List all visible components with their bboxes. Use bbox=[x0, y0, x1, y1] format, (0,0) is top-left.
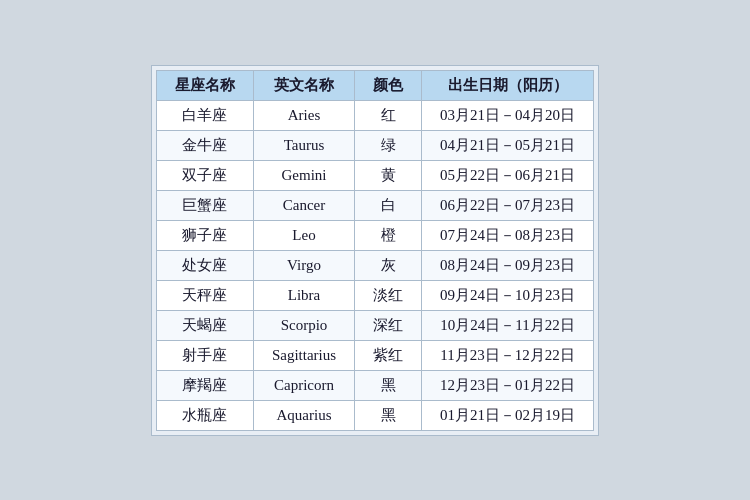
cell-color: 淡红 bbox=[355, 280, 422, 310]
cell-color: 黄 bbox=[355, 160, 422, 190]
cell-birth-date: 01月21日－02月19日 bbox=[422, 400, 594, 430]
cell-chinese-name: 摩羯座 bbox=[156, 370, 253, 400]
cell-color: 绿 bbox=[355, 130, 422, 160]
table-body: 白羊座Aries红03月21日－04月20日金牛座Taurus绿04月21日－0… bbox=[156, 100, 593, 430]
table-row: 狮子座Leo橙07月24日－08月23日 bbox=[156, 220, 593, 250]
table-row: 摩羯座Capricorn黑12月23日－01月22日 bbox=[156, 370, 593, 400]
cell-birth-date: 03月21日－04月20日 bbox=[422, 100, 594, 130]
cell-chinese-name: 金牛座 bbox=[156, 130, 253, 160]
cell-chinese-name: 处女座 bbox=[156, 250, 253, 280]
cell-english-name: Gemini bbox=[253, 160, 354, 190]
cell-chinese-name: 巨蟹座 bbox=[156, 190, 253, 220]
cell-birth-date: 05月22日－06月21日 bbox=[422, 160, 594, 190]
cell-color: 深红 bbox=[355, 310, 422, 340]
table-row: 射手座Sagittarius紫红11月23日－12月22日 bbox=[156, 340, 593, 370]
cell-birth-date: 11月23日－12月22日 bbox=[422, 340, 594, 370]
header-chinese-name: 星座名称 bbox=[156, 70, 253, 100]
cell-english-name: Virgo bbox=[253, 250, 354, 280]
cell-color: 红 bbox=[355, 100, 422, 130]
cell-english-name: Sagittarius bbox=[253, 340, 354, 370]
table-row: 金牛座Taurus绿04月21日－05月21日 bbox=[156, 130, 593, 160]
cell-birth-date: 10月24日－11月22日 bbox=[422, 310, 594, 340]
table-row: 白羊座Aries红03月21日－04月20日 bbox=[156, 100, 593, 130]
cell-english-name: Libra bbox=[253, 280, 354, 310]
zodiac-table: 星座名称 英文名称 颜色 出生日期（阳历） 白羊座Aries红03月21日－04… bbox=[156, 70, 594, 431]
cell-english-name: Scorpio bbox=[253, 310, 354, 340]
cell-english-name: Aries bbox=[253, 100, 354, 130]
cell-color: 黑 bbox=[355, 370, 422, 400]
table-row: 巨蟹座Cancer白06月22日－07月23日 bbox=[156, 190, 593, 220]
cell-chinese-name: 水瓶座 bbox=[156, 400, 253, 430]
cell-birth-date: 09月24日－10月23日 bbox=[422, 280, 594, 310]
cell-birth-date: 06月22日－07月23日 bbox=[422, 190, 594, 220]
cell-english-name: Taurus bbox=[253, 130, 354, 160]
table-row: 处女座Virgo灰08月24日－09月23日 bbox=[156, 250, 593, 280]
cell-chinese-name: 射手座 bbox=[156, 340, 253, 370]
cell-birth-date: 04月21日－05月21日 bbox=[422, 130, 594, 160]
cell-english-name: Leo bbox=[253, 220, 354, 250]
cell-chinese-name: 双子座 bbox=[156, 160, 253, 190]
cell-chinese-name: 天秤座 bbox=[156, 280, 253, 310]
cell-birth-date: 08月24日－09月23日 bbox=[422, 250, 594, 280]
cell-color: 灰 bbox=[355, 250, 422, 280]
cell-color: 紫红 bbox=[355, 340, 422, 370]
table-row: 水瓶座Aquarius黑01月21日－02月19日 bbox=[156, 400, 593, 430]
cell-chinese-name: 天蝎座 bbox=[156, 310, 253, 340]
cell-english-name: Capricorn bbox=[253, 370, 354, 400]
header-color: 颜色 bbox=[355, 70, 422, 100]
cell-english-name: Cancer bbox=[253, 190, 354, 220]
table-header-row: 星座名称 英文名称 颜色 出生日期（阳历） bbox=[156, 70, 593, 100]
cell-english-name: Aquarius bbox=[253, 400, 354, 430]
cell-birth-date: 12月23日－01月22日 bbox=[422, 370, 594, 400]
cell-color: 黑 bbox=[355, 400, 422, 430]
table-row: 天蝎座Scorpio深红10月24日－11月22日 bbox=[156, 310, 593, 340]
cell-color: 橙 bbox=[355, 220, 422, 250]
table-row: 天秤座Libra淡红09月24日－10月23日 bbox=[156, 280, 593, 310]
table-row: 双子座Gemini黄05月22日－06月21日 bbox=[156, 160, 593, 190]
cell-chinese-name: 狮子座 bbox=[156, 220, 253, 250]
header-birth-date: 出生日期（阳历） bbox=[422, 70, 594, 100]
cell-birth-date: 07月24日－08月23日 bbox=[422, 220, 594, 250]
cell-color: 白 bbox=[355, 190, 422, 220]
zodiac-table-container: 星座名称 英文名称 颜色 出生日期（阳历） 白羊座Aries红03月21日－04… bbox=[151, 65, 599, 436]
header-english-name: 英文名称 bbox=[253, 70, 354, 100]
cell-chinese-name: 白羊座 bbox=[156, 100, 253, 130]
